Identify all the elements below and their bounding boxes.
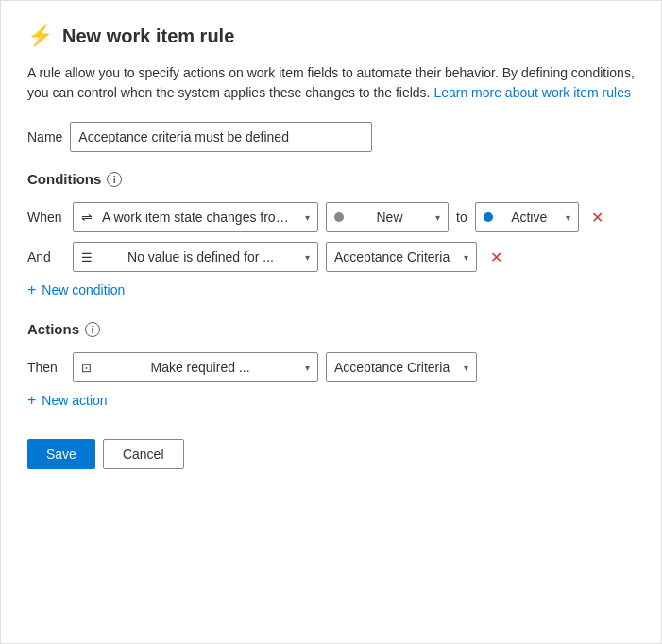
and-row: And ☰ No value is defined for ... ▾ Acce… bbox=[27, 242, 635, 272]
actions-section-header: Actions i bbox=[27, 321, 635, 337]
when-condition-chevron: ▾ bbox=[305, 212, 310, 223]
new-condition-button[interactable]: + New condition bbox=[27, 281, 125, 298]
and-criteria-chevron: ▾ bbox=[464, 252, 468, 263]
then-action-chevron: ▾ bbox=[305, 363, 310, 373]
then-label: Then bbox=[27, 360, 65, 375]
state-from-dot bbox=[334, 212, 344, 222]
then-row: Then ⊡ Make required ... ▾ Acceptance Cr… bbox=[27, 352, 635, 382]
rule-icon: ⚡ bbox=[27, 24, 53, 48]
actions-label: Actions bbox=[27, 321, 79, 337]
save-button[interactable]: Save bbox=[27, 439, 95, 469]
state-to-dot bbox=[484, 212, 493, 222]
and-condition-text: No value is defined for ... bbox=[127, 249, 274, 264]
when-condition-dropdown[interactable]: ⇌ A work item state changes from ... to … bbox=[73, 202, 318, 232]
when-state-from-text: New bbox=[376, 210, 402, 225]
then-action-text: Make required ... bbox=[150, 360, 249, 375]
and-label: And bbox=[27, 249, 65, 264]
and-criteria-text: Acceptance Criteria bbox=[334, 249, 450, 264]
and-condition-dropdown[interactable]: ☰ No value is defined for ... ▾ bbox=[73, 242, 318, 272]
when-state-to-text: Active bbox=[511, 210, 547, 225]
when-state-to-dropdown[interactable]: Active ▾ bbox=[475, 202, 579, 232]
when-state-to-chevron: ▾ bbox=[566, 212, 570, 223]
then-criteria-dropdown[interactable]: Acceptance Criteria ▾ bbox=[326, 352, 477, 382]
page-title: New work item rule bbox=[62, 25, 234, 47]
when-row: When ⇌ A work item state changes from ..… bbox=[27, 202, 635, 232]
then-criteria-text: Acceptance Criteria bbox=[334, 360, 450, 375]
page-header: ⚡ New work item rule bbox=[27, 24, 635, 48]
learn-more-link[interactable]: Learn more about work item rules bbox=[433, 85, 631, 100]
conditions-section-header: Conditions i bbox=[27, 171, 635, 187]
actions-info-icon[interactable]: i bbox=[85, 322, 100, 337]
new-condition-label: New condition bbox=[42, 282, 125, 297]
when-row-delete-button[interactable]: ✕ bbox=[586, 206, 609, 229]
then-criteria-chevron: ▾ bbox=[464, 363, 468, 373]
name-field-row: Name bbox=[27, 122, 635, 152]
and-criteria-dropdown[interactable]: Acceptance Criteria ▾ bbox=[326, 242, 477, 272]
to-label: to bbox=[456, 210, 467, 225]
new-action-plus-icon: + bbox=[27, 392, 36, 409]
when-state-from-chevron: ▾ bbox=[435, 212, 440, 223]
name-label: Name bbox=[27, 129, 62, 144]
and-condition-chevron: ▾ bbox=[305, 252, 310, 263]
conditions-label: Conditions bbox=[27, 171, 101, 187]
new-action-button[interactable]: + New action bbox=[27, 392, 108, 409]
footer-buttons: Save Cancel bbox=[27, 439, 635, 469]
when-state-from-dropdown[interactable]: New ▾ bbox=[326, 202, 449, 232]
page-container: ⚡ New work item rule A rule allow you to… bbox=[0, 0, 662, 644]
when-label: When bbox=[27, 210, 65, 225]
when-condition-text: A work item state changes from ... to ..… bbox=[102, 210, 299, 225]
page-description: A rule allow you to specify actions on w… bbox=[27, 63, 635, 103]
new-condition-plus-icon: + bbox=[27, 281, 36, 298]
then-action-dropdown[interactable]: ⊡ Make required ... ▾ bbox=[73, 352, 318, 382]
arrows-icon: ⇌ bbox=[81, 210, 93, 225]
and-row-delete-button[interactable]: ✕ bbox=[484, 246, 507, 268]
new-action-label: New action bbox=[42, 393, 107, 408]
novalue-icon: ☰ bbox=[81, 250, 93, 264]
name-input[interactable] bbox=[70, 122, 372, 152]
makerequired-icon: ⊡ bbox=[81, 361, 92, 375]
conditions-info-icon[interactable]: i bbox=[107, 172, 122, 187]
cancel-button[interactable]: Cancel bbox=[103, 439, 184, 469]
